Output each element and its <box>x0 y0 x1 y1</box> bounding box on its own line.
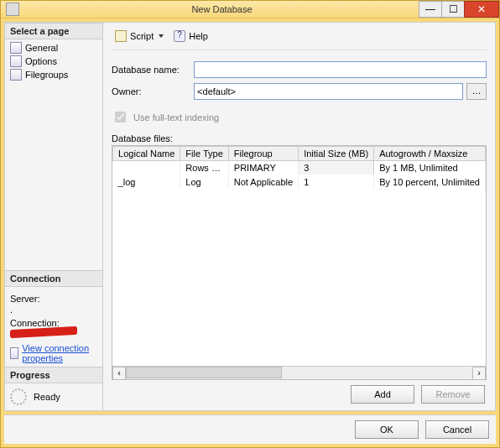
owner-browse-button[interactable]: … <box>466 83 487 100</box>
cell-autogrowth[interactable]: By 10 percent, Unlimited <box>374 175 486 190</box>
ok-button[interactable]: OK <box>355 420 419 439</box>
col-autogrowth[interactable]: Autogrowth / Maxsize <box>374 147 486 161</box>
close-button[interactable]: ✕ <box>464 1 499 18</box>
table-row[interactable]: _log Log Not Applicable 1 By 10 percent,… <box>113 175 486 190</box>
cell-initial-size[interactable]: 3 <box>299 161 374 175</box>
sidebar-item-options[interactable]: Options <box>5 55 102 68</box>
scroll-right-arrow[interactable]: › <box>472 367 486 380</box>
help-button[interactable]: Help <box>170 29 211 43</box>
col-initial-size[interactable]: Initial Size (MB) <box>299 147 374 161</box>
cell-file-type[interactable]: Log <box>180 175 228 190</box>
properties-icon <box>10 347 18 359</box>
database-files-grid[interactable]: Logical Name File Type Filegroup Initial… <box>112 145 487 380</box>
col-logical-name[interactable]: Logical Name <box>113 147 180 161</box>
page-icon <box>10 55 22 67</box>
fulltext-label: Use full-text indexing <box>133 112 219 122</box>
select-page-header: Select a page <box>5 23 102 39</box>
cell-initial-size[interactable]: 1 <box>299 175 374 190</box>
help-label: Help <box>189 31 208 41</box>
page-icon <box>10 42 22 54</box>
owner-label: Owner: <box>112 86 194 96</box>
sidebar-item-label: Filegroups <box>25 70 68 80</box>
help-icon <box>174 30 185 42</box>
progress-header: Progress <box>5 367 102 383</box>
page-icon <box>10 69 22 81</box>
cell-autogrowth[interactable]: By 1 MB, Unlimited <box>374 161 486 175</box>
minimize-button[interactable]: — <box>419 1 442 18</box>
sidebar-item-filegroups[interactable]: Filegroups <box>5 68 102 81</box>
cell-logical-name[interactable]: _log <box>113 175 180 190</box>
database-files-label: Database files: <box>112 133 487 143</box>
server-value: . <box>10 305 97 315</box>
horizontal-scrollbar[interactable]: ‹ › <box>112 366 486 379</box>
col-filegroup[interactable]: Filegroup <box>228 147 298 161</box>
remove-button: Remove <box>421 385 485 404</box>
scroll-track[interactable] <box>126 367 472 380</box>
main-panel: Script Help Database name: Owner: … Use <box>103 23 495 410</box>
server-label: Server: <box>10 294 97 304</box>
db-name-label: Database name: <box>112 65 194 75</box>
progress-status: Ready <box>34 392 60 402</box>
cancel-button[interactable]: Cancel <box>425 420 489 439</box>
sidebar-item-general[interactable]: General <box>5 41 102 55</box>
sidebar: Select a page General Options Filegroups… <box>5 23 103 410</box>
fulltext-checkbox <box>115 112 126 122</box>
cell-logical-name[interactable] <box>113 161 180 175</box>
chevron-down-icon <box>159 34 164 38</box>
cell-file-type[interactable]: Rows … <box>180 161 228 175</box>
view-connection-properties-link[interactable]: View connection properties <box>10 343 97 363</box>
col-file-type[interactable]: File Type <box>180 147 228 161</box>
maximize-button[interactable]: ☐ <box>441 1 465 18</box>
script-label: Script <box>130 31 154 41</box>
owner-input[interactable] <box>194 83 463 100</box>
add-button[interactable]: Add <box>351 385 414 404</box>
connection-header: Connection <box>5 270 102 287</box>
script-icon <box>115 30 127 42</box>
connection-value-redacted <box>10 326 77 338</box>
scroll-thumb[interactable] <box>126 367 282 378</box>
table-row[interactable]: Rows … PRIMARY 3 By 1 MB, Unlimited <box>113 161 486 175</box>
db-name-input[interactable] <box>194 61 487 78</box>
script-dropdown[interactable]: Script <box>112 29 167 43</box>
title-bar[interactable]: New Database — ☐ ✕ <box>1 1 499 18</box>
window-title: New Database <box>24 4 419 14</box>
connection-label: Connection: <box>10 318 97 328</box>
dialog-footer: OK Cancel <box>4 414 496 444</box>
link-label: View connection properties <box>22 343 97 363</box>
sidebar-item-label: Options <box>25 56 57 66</box>
scroll-left-arrow[interactable]: ‹ <box>112 367 126 380</box>
new-database-dialog: New Database — ☐ ✕ Select a page General… <box>0 0 500 448</box>
toolbar: Script Help <box>112 28 487 50</box>
sidebar-item-label: General <box>25 43 58 53</box>
cell-filegroup[interactable]: Not Applicable <box>228 175 298 190</box>
app-icon <box>6 3 19 16</box>
progress-spinner-icon <box>10 388 27 405</box>
cell-filegroup[interactable]: PRIMARY <box>228 161 298 175</box>
